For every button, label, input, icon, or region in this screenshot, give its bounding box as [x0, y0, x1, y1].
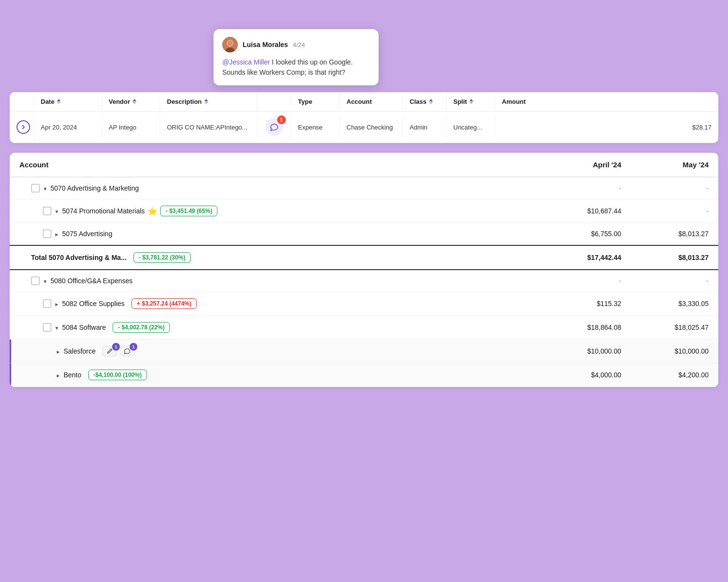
checkbox-5084[interactable]: [43, 323, 51, 332]
acct-april-5075: $6,755.00: [534, 230, 621, 238]
row-split: Uncateg...: [447, 117, 495, 138]
acct-april-5082: $115.32: [534, 300, 621, 307]
header-date[interactable]: Date: [34, 92, 102, 111]
acct-april-5084: $18,864.08: [534, 323, 621, 331]
badge-5084: - $4,002.78 (22%): [113, 322, 170, 333]
header-type: Type: [291, 92, 340, 111]
pencil-badge-salesforce: 1: [112, 343, 120, 351]
transaction-row: Apr 20, 2024 AP Intego ORIG CO NAME:APIn…: [10, 112, 718, 143]
acct-may-5082: $3,330.05: [621, 300, 709, 307]
acct-label-5075: 5075 Advertising: [19, 229, 534, 238]
row-amount: $28.17: [495, 117, 718, 138]
chevron-bento[interactable]: [56, 371, 61, 379]
date-sort-icon[interactable]: [57, 99, 61, 104]
acct-header-april: April '24: [534, 161, 621, 169]
row-type: Expense: [291, 117, 340, 138]
acct-total-label-5070: Total 5070 Advertising & Ma...: [31, 254, 127, 261]
acct-header-may: May '24: [621, 161, 709, 169]
chevron-5075[interactable]: [54, 230, 59, 238]
header-class[interactable]: Class: [403, 92, 447, 111]
acct-april-bento: $4,000.00: [534, 371, 621, 379]
pencil-button-salesforce[interactable]: 1: [102, 346, 117, 356]
class-sort-icon[interactable]: [429, 99, 433, 104]
acct-label-5070: 5070 Advertising & Marketing: [19, 184, 534, 193]
transaction-header-row: Date Vendor Description Type Account Cla…: [10, 92, 718, 112]
acct-may-salesforce: $10,000.00: [621, 347, 709, 355]
header-split[interactable]: Split: [447, 92, 495, 111]
acct-label-total-5070: Total 5070 Advertising & Ma... - $3,781.…: [19, 252, 534, 263]
acct-name-5074: 5074 Promotional Materials: [62, 207, 145, 215]
accounts-table: Account April '24 May '24 5070 Advertisi…: [10, 153, 718, 387]
acct-may-5075: $8,013.27: [621, 230, 709, 238]
acct-name-5082: 5082 Office Supplies: [62, 300, 125, 307]
row-account-value: Chase Checking: [347, 124, 393, 131]
acct-name-5075: 5075 Advertising: [62, 230, 113, 238]
chevron-5080[interactable]: [43, 277, 48, 285]
row-description: ORIG CO NAME:APIntego...: [160, 117, 257, 138]
header-class-label: Class: [410, 98, 427, 105]
expand-cell[interactable]: [10, 113, 34, 141]
acct-name-bento: Bento: [64, 371, 82, 379]
svg-point-3: [228, 41, 232, 46]
comment-mention: @Jessica Miller: [222, 58, 270, 66]
acct-row-5082: 5082 Office Supplies + $3,257.24 (4474%)…: [10, 292, 718, 316]
acct-row-total-5070: Total 5070 Advertising & Ma... - $3,781.…: [10, 245, 718, 270]
badge-total-5070: - $3,781.22 (30%): [133, 252, 191, 263]
chevron-salesforce[interactable]: [56, 347, 61, 355]
checkbox-5080[interactable]: [31, 276, 40, 285]
acct-may-5070: -: [621, 184, 709, 192]
acct-label-bento: Bento -$4,100.00 (100%): [21, 370, 534, 380]
vendor-sort-icon[interactable]: [132, 99, 136, 104]
acct-name-5080: 5080 Office/G&A Expenses: [50, 277, 132, 285]
comment-header: Luisa Morales 4/24: [222, 37, 370, 52]
acct-may-5080: -: [621, 277, 709, 285]
star-icon-5074: ⭐: [148, 207, 157, 216]
acct-row-5084: 5084 Software - $4,002.78 (22%) $18,864.…: [10, 316, 718, 340]
chat-button-wrap[interactable]: 1: [265, 118, 283, 136]
chat-button-salesforce[interactable]: 1: [120, 346, 134, 356]
comment-date: 4/24: [293, 41, 305, 48]
row-chat-cell[interactable]: 1: [257, 112, 291, 143]
checkbox-5075[interactable]: [43, 229, 51, 238]
chevron-5082[interactable]: [54, 300, 59, 307]
chat-badge: 1: [277, 115, 286, 124]
row-account: Chase Checking: [340, 117, 403, 138]
header-amount[interactable]: Amount: [495, 92, 718, 111]
checkbox-5082[interactable]: [43, 299, 51, 308]
comment-text: @Jessica Miller I looked this up on Goog…: [222, 57, 370, 78]
acct-name-5070: 5070 Advertising & Marketing: [50, 184, 139, 192]
row-class: Admin: [403, 117, 447, 138]
checkbox-5074[interactable]: [43, 207, 51, 215]
chevron-5084[interactable]: [54, 323, 59, 331]
acct-label-5082: 5082 Office Supplies + $3,257.24 (4474%): [19, 298, 534, 309]
acct-row-bento: Bento -$4,100.00 (100%) $4,000.00 $4,200…: [10, 363, 718, 387]
desc-sort-icon[interactable]: [204, 99, 208, 104]
chevron-5070[interactable]: [43, 184, 48, 192]
chevron-5074[interactable]: [54, 207, 59, 215]
chat-badge-salesforce: 1: [130, 343, 137, 351]
header-vendor-label: Vendor: [109, 98, 130, 105]
acct-april-total-5070: $17,442.44: [534, 254, 621, 261]
acct-label-5074: 5074 Promotional Materials ⭐ - $3,451.49…: [19, 206, 534, 216]
header-description[interactable]: Description: [160, 92, 257, 111]
acct-may-5074: -: [621, 207, 709, 215]
header-split-label: Split: [453, 98, 467, 105]
header-date-label: Date: [41, 98, 54, 105]
header-expand: [10, 96, 34, 108]
acct-may-bento: $4,200.00: [621, 371, 709, 379]
header-vendor[interactable]: Vendor: [102, 92, 160, 111]
acct-label-5080: 5080 Office/G&A Expenses: [19, 276, 534, 285]
accounts-header-row: Account April '24 May '24: [10, 153, 718, 178]
avatar: [222, 37, 238, 52]
expand-button[interactable]: [17, 120, 30, 134]
header-desc-label: Description: [167, 98, 202, 105]
acct-name-salesforce: Salesforce: [64, 347, 96, 355]
acct-header-account: Account: [19, 161, 534, 169]
comment-popup: Luisa Morales 4/24 @Jessica Miller I loo…: [214, 29, 379, 85]
checkbox-5070[interactable]: [31, 184, 40, 193]
acct-april-salesforce: $10,000.00: [534, 347, 621, 355]
acct-label-salesforce: Salesforce 1 1: [21, 346, 534, 356]
header-amount-label: Amount: [502, 98, 526, 105]
acct-april-5080: -: [534, 277, 621, 285]
split-sort-icon[interactable]: [469, 99, 473, 104]
